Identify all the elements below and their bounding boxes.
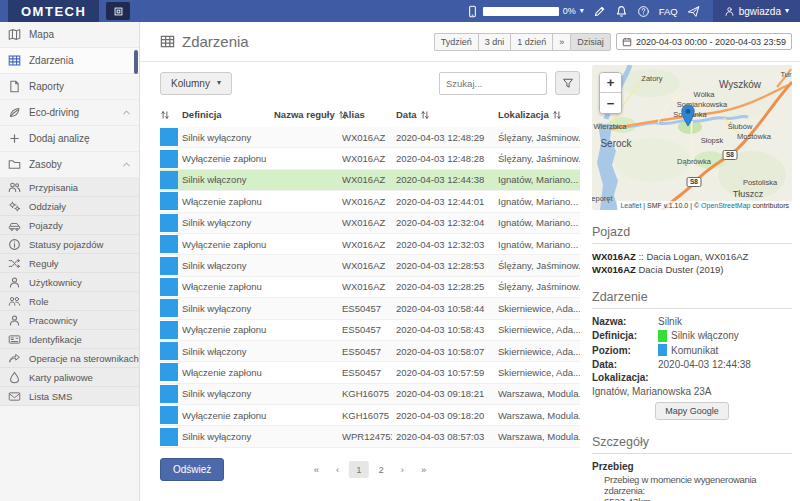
pagination-item[interactable]: « — [307, 461, 326, 478]
sidebar-item[interactable]: Karty paliwowe — [0, 368, 139, 387]
event-row[interactable]: Włączenie zapłonu ES50457 2020-04-03 10:… — [160, 362, 580, 383]
help-question-icon[interactable] — [637, 5, 650, 18]
sidebar-item-icon — [8, 219, 21, 232]
sidebar-item[interactable]: Mapa — [0, 22, 139, 48]
columns-dropdown-button[interactable]: Kolumny ▾ — [160, 72, 232, 95]
cell-alias: KGH16075 — [342, 388, 392, 399]
event-field-label: Data: — [592, 359, 654, 370]
sidebar-item[interactable]: Raporty — [0, 74, 139, 100]
edit-pencil-icon[interactable] — [593, 5, 606, 18]
zoom-in-button[interactable]: + — [600, 73, 621, 93]
cell-lokalizacja: Ignatów, Mariano... — [498, 174, 580, 185]
sidebar-item[interactable]: Przypisania — [0, 178, 139, 197]
cell-data: 2020-04-03 12:32:04 — [396, 217, 494, 228]
pagination-item[interactable]: » — [414, 461, 433, 478]
event-row[interactable]: Włączenie zapłonu WX016AZ 2020-04-03 12:… — [160, 191, 580, 212]
osm-link[interactable]: OpenStreetMap — [701, 202, 750, 209]
column-header-data[interactable]: Data — [396, 109, 494, 120]
sidebar-item[interactable]: Eco-driving — [0, 100, 139, 126]
event-row[interactable]: Silnik wyłączony WX016AZ 2020-04-03 12:3… — [160, 213, 580, 234]
app-logo[interactable]: OMTECH — [8, 0, 99, 22]
cell-data: 2020-04-03 10:57:59 — [396, 367, 494, 378]
user-menu[interactable]: bgwiazda ▾ — [713, 0, 800, 22]
event-row[interactable]: Silnik włączony WX016AZ 2020-04-03 12:44… — [160, 170, 580, 191]
faq-link[interactable]: FAQ — [659, 6, 678, 17]
pagination-item[interactable]: 2 — [372, 461, 391, 478]
cell-lokalizacja: Ślężany, Jaśminow... — [498, 281, 580, 292]
sidebar-item[interactable]: Lista SMS — [0, 387, 139, 406]
sidebar-item[interactable]: Oddziały — [0, 197, 139, 216]
cell-definicja: Silnik wyłączony — [182, 132, 270, 143]
sort-level-header[interactable] — [160, 110, 178, 120]
top-header: OMTECH 0% ▾ FAQ bgwiazda ▾ — [0, 0, 800, 22]
event-row[interactable]: Silnik wyłączony WPR12475X 2020-04-03 08… — [160, 426, 580, 447]
sidebar-item[interactable]: Zasoby — [0, 152, 139, 178]
username-label: bgwiazda — [739, 6, 781, 17]
sidebar-scrollbar-thumb[interactable] — [134, 50, 138, 74]
event-row[interactable]: Wyłączenie zapłonu WX016AZ 2020-04-03 12… — [160, 148, 580, 169]
cell-data: 2020-04-03 08:57:03 — [396, 431, 494, 442]
event-row[interactable]: Silnik wyłączony ES50457 2020-04-03 10:5… — [160, 298, 580, 319]
table-header-row: Definicja Nazwa reguły Alias Data Lokali… — [160, 104, 580, 127]
event-row[interactable]: Wyłączenie zapłonu WX016AZ 2020-04-03 12… — [160, 234, 580, 255]
cell-definicja: Włączenie zapłonu — [182, 367, 270, 378]
search-input[interactable] — [439, 72, 547, 95]
event-row[interactable]: Wyłączenie zapłonu KGH16075 2020-04-03 0… — [160, 405, 580, 426]
range-button[interactable]: Dzisiaj — [570, 33, 611, 51]
event-row[interactable]: Wyłączenie zapłonu ES50457 2020-04-03 10… — [160, 320, 580, 341]
app-root: OMTECH 0% ▾ FAQ bgwiazda ▾ — [0, 0, 800, 501]
sidebar-item-label: Mapa — [29, 29, 54, 40]
sidebar-item[interactable]: Dodaj analizę — [0, 126, 139, 152]
event-row[interactable]: Silnik wyłączony KGH16075 2020-04-03 09:… — [160, 384, 580, 405]
cell-data: 2020-04-03 10:58:43 — [396, 324, 494, 335]
sidebar-item[interactable]: Statusy pojazdów — [0, 235, 139, 254]
notifications-bell-icon[interactable] — [615, 5, 628, 18]
event-row[interactable]: Silnik wyłączony WX016AZ 2020-04-03 12:4… — [160, 127, 580, 148]
battery-widget[interactable]: 0% ▾ — [466, 5, 584, 18]
google-maps-button[interactable]: Mapy Google — [655, 402, 729, 420]
column-header-lokalizacja[interactable]: Lokalizacja — [498, 109, 580, 120]
pagination-item[interactable]: 1 — [349, 461, 368, 478]
zoom-out-button[interactable]: − — [600, 93, 621, 113]
sidebar-item[interactable]: Użytkownicy — [0, 273, 139, 292]
vehicle-plate: WX016AZ — [592, 264, 636, 275]
column-header-alias: Alias — [342, 109, 392, 120]
sidebar-item-label: Eco-driving — [29, 107, 79, 118]
event-level-badge — [160, 235, 178, 253]
event-section-title: Zdarzenie — [592, 290, 792, 309]
filter-button[interactable] — [555, 71, 580, 95]
map-tiles — [592, 65, 792, 210]
event-row[interactable]: Silnik włączony WX016AZ 2020-04-03 12:28… — [160, 255, 580, 276]
cell-alias: ES50457 — [342, 324, 392, 335]
chevron-up-icon — [122, 108, 131, 117]
map[interactable]: Zatory Wyszków Wólka Somiankowska Somian… — [592, 65, 792, 210]
pagination-item[interactable]: ‹ — [329, 461, 346, 478]
leaflet-link[interactable]: Leaflet — [620, 202, 641, 209]
vehicle-line: WX016AZ Dacia Duster (2019) — [592, 264, 792, 275]
pagination-item[interactable]: › — [394, 461, 411, 478]
sidebar-item[interactable]: Operacje na sterownikach — [0, 349, 139, 368]
pagination: « ‹ 1 2 › » — [307, 461, 434, 478]
range-button[interactable]: 1 dzień — [510, 33, 552, 51]
column-header-nazwa-reguly[interactable]: Nazwa reguły — [274, 109, 338, 120]
send-plane-icon[interactable] — [687, 5, 700, 18]
range-button[interactable]: Tydzień — [434, 33, 478, 51]
event-row[interactable]: Silnik włączony ES50457 2020-04-03 10:58… — [160, 341, 580, 362]
column-header-definicja: Definicja — [182, 109, 270, 120]
sidebar-item[interactable]: Role — [0, 292, 139, 311]
sidebar-item[interactable]: Pojazdy — [0, 216, 139, 235]
apps-menu-button[interactable] — [106, 2, 130, 20]
map-marker-pin[interactable] — [681, 104, 696, 127]
refresh-button[interactable]: Odśwież — [160, 458, 224, 481]
sidebar-item[interactable]: Reguły — [0, 254, 139, 273]
sidebar-item-label: Karty paliwowe — [29, 372, 93, 383]
event-row[interactable]: Włączenie zapłonu WX016AZ 2020-04-03 12:… — [160, 277, 580, 298]
date-range-input[interactable]: 2020-04-03 00:00 - 2020-04-03 23:59 — [616, 33, 792, 50]
range-button[interactable]: » — [552, 33, 570, 51]
sidebar-item[interactable]: Identyfikacje — [0, 330, 139, 349]
sidebar-item[interactable]: Zdarzenia — [0, 48, 139, 74]
funnel-icon — [562, 77, 574, 89]
sidebar-item[interactable]: Pracownicy — [0, 311, 139, 330]
vehicle-line: WX016AZ :: Dacia Logan, WX016AZ — [592, 251, 792, 262]
range-button[interactable]: 3 dni — [478, 33, 511, 51]
